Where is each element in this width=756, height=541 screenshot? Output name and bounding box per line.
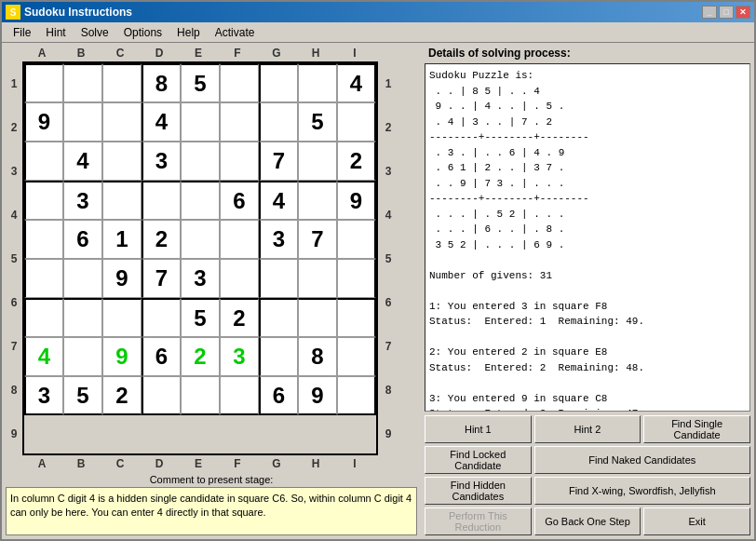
cell-r6-c3[interactable] <box>142 298 181 337</box>
cell-r6-c6[interactable] <box>259 298 298 337</box>
minimize-button[interactable]: _ <box>702 6 717 19</box>
maximize-button[interactable]: □ <box>719 6 734 19</box>
exit-button[interactable]: Exit <box>643 507 750 535</box>
menu-help[interactable]: Help <box>169 24 208 41</box>
cell-r2-c1[interactable]: 4 <box>63 142 102 181</box>
cell-r1-c5[interactable] <box>220 102 259 142</box>
cell-r4-c1[interactable]: 6 <box>63 220 102 259</box>
cell-r3-c7[interactable] <box>298 181 337 220</box>
cell-r2-c0[interactable] <box>24 142 63 181</box>
cell-r2-c6[interactable]: 7 <box>259 142 298 181</box>
cell-r8-c8[interactable] <box>337 376 376 415</box>
solving-text[interactable]: Sudoku Puzzle is: . . | 8 5 | . . 4 9 . … <box>425 63 750 412</box>
cell-r3-c5[interactable]: 6 <box>220 181 259 220</box>
cell-r4-c3[interactable]: 2 <box>142 220 181 259</box>
find-locked-button[interactable]: Find Locked Candidate <box>425 446 532 474</box>
cell-r3-c3[interactable] <box>142 181 181 220</box>
cell-r0-c3[interactable]: 8 <box>142 63 181 102</box>
menu-file[interactable]: File <box>6 24 38 41</box>
cell-r4-c0[interactable] <box>24 220 63 259</box>
cell-r4-c8[interactable] <box>337 220 376 259</box>
menu-hint[interactable]: Hint <box>38 24 73 41</box>
cell-r2-c8[interactable]: 2 <box>337 142 376 181</box>
cell-r8-c0[interactable]: 3 <box>24 376 63 415</box>
cell-r5-c2[interactable]: 9 <box>102 259 142 298</box>
cell-r4-c2[interactable]: 1 <box>102 220 142 259</box>
cell-r5-c1[interactable] <box>63 259 102 298</box>
cell-r4-c4[interactable] <box>181 220 220 259</box>
cell-r8-c4[interactable] <box>181 376 220 415</box>
cell-r1-c7[interactable]: 5 <box>298 102 337 142</box>
cell-r3-c8[interactable]: 9 <box>337 181 376 220</box>
cell-r1-c3[interactable]: 4 <box>142 102 181 142</box>
close-button[interactable]: ✕ <box>736 6 750 19</box>
cell-r7-c3[interactable]: 6 <box>142 337 181 376</box>
cell-r8-c5[interactable] <box>220 376 259 415</box>
cell-r5-c6[interactable] <box>259 259 298 298</box>
cell-r0-c6[interactable] <box>259 63 298 102</box>
cell-r8-c2[interactable]: 2 <box>102 376 142 415</box>
cell-r4-c7[interactable]: 7 <box>298 220 337 259</box>
cell-r3-c2[interactable] <box>102 181 142 220</box>
cell-r2-c4[interactable] <box>181 142 220 181</box>
cell-r7-c0[interactable]: 4 <box>24 337 63 376</box>
cell-r2-c3[interactable]: 3 <box>142 142 181 181</box>
cell-r8-c3[interactable] <box>142 376 181 415</box>
find-naked-button[interactable]: Find Naked Candidates <box>534 446 750 474</box>
cell-r7-c8[interactable] <box>337 337 376 376</box>
sudoku-grid[interactable]: 85494543723649612379735249623835269 <box>22 61 378 455</box>
cell-r2-c5[interactable] <box>220 142 259 181</box>
cell-r4-c6[interactable]: 3 <box>259 220 298 259</box>
cell-r5-c0[interactable] <box>24 259 63 298</box>
cell-r0-c5[interactable] <box>220 63 259 102</box>
cell-r3-c0[interactable] <box>24 181 63 220</box>
cell-r7-c2[interactable]: 9 <box>102 337 142 376</box>
find-single-button[interactable]: Find Single Candidate <box>643 415 750 443</box>
find-xwing-button[interactable]: Find X-wing, Swordfish, Jellyfish <box>534 477 750 505</box>
cell-r6-c5[interactable]: 2 <box>220 298 259 337</box>
cell-r6-c4[interactable]: 5 <box>181 298 220 337</box>
cell-r7-c6[interactable] <box>259 337 298 376</box>
cell-r0-c1[interactable] <box>63 63 102 102</box>
cell-r6-c8[interactable] <box>337 298 376 337</box>
cell-r7-c4[interactable]: 2 <box>181 337 220 376</box>
cell-r0-c0[interactable] <box>24 63 63 102</box>
cell-r6-c7[interactable] <box>298 298 337 337</box>
hint1-button[interactable]: Hint 1 <box>425 415 532 443</box>
cell-r5-c3[interactable]: 7 <box>142 259 181 298</box>
cell-r8-c1[interactable]: 5 <box>63 376 102 415</box>
cell-r6-c2[interactable] <box>102 298 142 337</box>
perform-button[interactable]: Perform This Reduction <box>425 507 532 535</box>
menu-activate[interactable]: Activate <box>208 24 263 41</box>
cell-r1-c2[interactable] <box>102 102 142 142</box>
cell-r7-c1[interactable] <box>63 337 102 376</box>
cell-r1-c1[interactable] <box>63 102 102 142</box>
cell-r4-c5[interactable] <box>220 220 259 259</box>
cell-r0-c2[interactable] <box>102 63 142 102</box>
cell-r7-c7[interactable]: 8 <box>298 337 337 376</box>
cell-r5-c5[interactable] <box>220 259 259 298</box>
cell-r0-c7[interactable] <box>298 63 337 102</box>
cell-r1-c6[interactable] <box>259 102 298 142</box>
cell-r3-c6[interactable]: 4 <box>259 181 298 220</box>
cell-r8-c6[interactable]: 6 <box>259 376 298 415</box>
find-hidden-button[interactable]: Find Hidden Candidates <box>425 477 532 505</box>
hint2-button[interactable]: Hint 2 <box>534 415 641 443</box>
cell-r3-c1[interactable]: 3 <box>63 181 102 220</box>
cell-r3-c4[interactable] <box>181 181 220 220</box>
cell-r0-c8[interactable]: 4 <box>337 63 376 102</box>
menu-options[interactable]: Options <box>116 24 169 41</box>
cell-r2-c7[interactable] <box>298 142 337 181</box>
cell-r2-c2[interactable] <box>102 142 142 181</box>
go-back-button[interactable]: Go Back One Step <box>534 507 641 535</box>
menu-solve[interactable]: Solve <box>74 24 116 41</box>
cell-r8-c7[interactable]: 9 <box>298 376 337 415</box>
cell-r5-c7[interactable] <box>298 259 337 298</box>
cell-r7-c5[interactable]: 3 <box>220 337 259 376</box>
cell-r1-c4[interactable] <box>181 102 220 142</box>
cell-r6-c0[interactable] <box>24 298 63 337</box>
cell-r1-c0[interactable]: 9 <box>24 102 63 142</box>
cell-r0-c4[interactable]: 5 <box>181 63 220 102</box>
cell-r5-c8[interactable] <box>337 259 376 298</box>
cell-r6-c1[interactable] <box>63 298 102 337</box>
